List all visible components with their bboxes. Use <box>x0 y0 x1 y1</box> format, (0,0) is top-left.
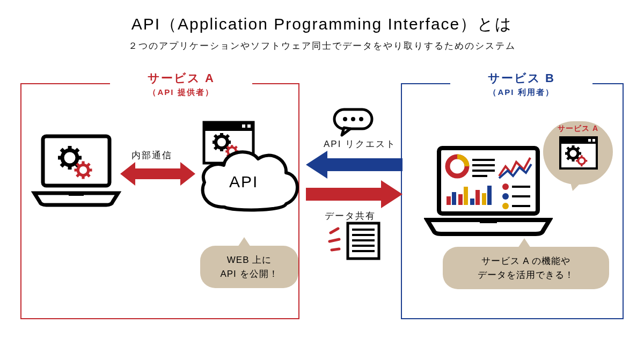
svg-rect-1 <box>69 193 84 196</box>
laptop-consumer-icon <box>424 145 553 237</box>
app-window-icon <box>559 136 598 170</box>
service-b-header: サービス B （API 利用者） <box>450 70 592 98</box>
usage-callout: サービス A の機能や データを活用できる！ <box>443 247 609 289</box>
svg-line-10 <box>61 163 64 166</box>
svg-point-11 <box>78 165 89 175</box>
svg-line-91 <box>567 157 569 159</box>
svg-rect-22 <box>204 122 253 131</box>
svg-line-32 <box>226 135 229 138</box>
svg-marker-47 <box>306 151 402 179</box>
svg-marker-20 <box>120 162 195 186</box>
svg-rect-68 <box>464 187 468 205</box>
svg-point-45 <box>351 117 355 121</box>
svg-line-17 <box>87 174 90 177</box>
arrow-left-icon <box>306 151 402 179</box>
svg-rect-59 <box>480 220 497 223</box>
document-icon <box>327 220 386 262</box>
mini-callout: サービス A <box>543 105 613 185</box>
svg-line-49 <box>331 229 338 233</box>
svg-line-19 <box>77 174 79 177</box>
service-a-name: サービス A <box>148 70 215 86</box>
svg-line-50 <box>330 239 339 241</box>
svg-point-46 <box>359 117 363 121</box>
svg-line-90 <box>577 148 579 150</box>
svg-line-7 <box>61 149 64 152</box>
callout-line: サービス A の機能や <box>481 256 571 266</box>
svg-rect-80 <box>560 137 597 144</box>
svg-marker-48 <box>306 180 402 208</box>
callout-line: WEB 上に <box>227 255 272 265</box>
laptop-provider-icon <box>31 133 121 208</box>
diagram-subtitle: ２つのアプリケーションやソフトウェア同士でデータをやり取りするためのシステム <box>0 40 644 52</box>
svg-point-77 <box>502 203 509 209</box>
api-cloud-label: API <box>229 173 258 191</box>
svg-line-51 <box>332 249 339 250</box>
double-arrow-icon <box>120 161 195 187</box>
svg-point-75 <box>502 193 509 200</box>
svg-rect-81 <box>588 139 591 142</box>
svg-rect-82 <box>592 139 595 142</box>
publish-api-callout: WEB 上に API を公開！ <box>200 246 298 288</box>
service-a-role: （API 提供者） <box>148 87 215 98</box>
service-b-role: （API 利用者） <box>488 87 555 98</box>
gear-icon <box>75 161 92 179</box>
svg-point-2 <box>62 150 77 165</box>
service-a-header: サービス A （API 提供者） <box>110 70 252 98</box>
svg-rect-71 <box>482 193 486 205</box>
speech-bubble-icon <box>332 107 374 137</box>
svg-rect-23 <box>242 124 245 128</box>
svg-rect-72 <box>487 186 492 205</box>
svg-line-16 <box>77 164 79 166</box>
svg-rect-70 <box>475 190 480 205</box>
svg-point-73 <box>502 183 509 190</box>
svg-rect-65 <box>447 196 451 205</box>
dashboard-icon <box>447 157 531 209</box>
callout-line: API を公開！ <box>220 269 278 279</box>
svg-point-44 <box>343 117 347 121</box>
diagram-title: API（Application Programming Interface）とは <box>0 0 644 35</box>
api-request-label: API リクエスト <box>324 138 396 150</box>
svg-line-88 <box>567 148 569 150</box>
svg-rect-67 <box>458 194 463 205</box>
svg-rect-24 <box>247 124 251 128</box>
callout-line: データを活用できる！ <box>478 270 574 280</box>
mini-callout-label: サービス A <box>543 124 613 134</box>
svg-rect-69 <box>470 199 474 205</box>
svg-line-9 <box>75 149 78 152</box>
service-b-name: サービス B <box>488 70 555 86</box>
svg-line-18 <box>87 164 90 166</box>
svg-line-30 <box>215 135 217 138</box>
internal-comm-label: 内部通信 <box>131 149 172 161</box>
arrow-right-icon <box>306 180 402 208</box>
svg-rect-66 <box>452 192 456 205</box>
